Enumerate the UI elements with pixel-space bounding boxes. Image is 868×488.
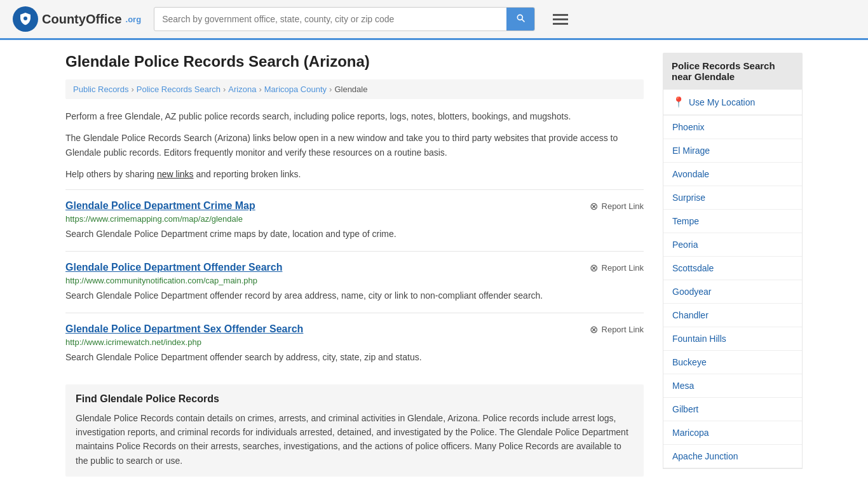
- result-item-1: Glendale Police Department Crime Map ⊗ R…: [65, 189, 644, 251]
- sidebar-header: Police Records Search near Glendale: [663, 53, 803, 90]
- breadcrumb-arizona[interactable]: Arizona: [228, 85, 256, 94]
- find-section: Find Glendale Police Records Glendale Po…: [65, 384, 644, 477]
- sidebar-item-phoenix[interactable]: Phoenix: [663, 116, 802, 139]
- report-2-icon: ⊗: [590, 262, 598, 274]
- sidebar-link-surprise[interactable]: Surprise: [663, 186, 802, 209]
- results-container: Glendale Police Department Crime Map ⊗ R…: [65, 189, 644, 374]
- result-3-desc: Search Glendale Police Department offend…: [65, 351, 644, 364]
- breadcrumb-current: Glendale: [334, 85, 367, 94]
- sidebar-item-mesa[interactable]: Mesa: [663, 374, 802, 398]
- menu-bar-3: [553, 23, 568, 25]
- sidebar-item-avondale[interactable]: Avondale: [663, 163, 802, 186]
- result-1-desc: Search Glendale Police Department crime …: [65, 227, 644, 241]
- breadcrumb-police-records-search[interactable]: Police Records Search: [137, 85, 220, 94]
- sidebar-item-el-mirage[interactable]: El Mirage: [663, 139, 802, 163]
- sidebar-item-peoria[interactable]: Peoria: [663, 233, 802, 257]
- result-2-header-row: Glendale Police Department Offender Sear…: [65, 262, 644, 276]
- report-1-icon: ⊗: [590, 200, 598, 212]
- site-header: CountyOffice.org: [0, 0, 868, 40]
- sidebar-link-buckeye[interactable]: Buckeye: [663, 351, 802, 374]
- sidebar-link-fountain-hills[interactable]: Fountain Hills: [663, 327, 802, 350]
- search-bar: [154, 7, 535, 31]
- result-item-3: Glendale Police Department Sex Offender …: [65, 313, 644, 374]
- new-links-link[interactable]: new links: [157, 169, 194, 179]
- find-section-text: Glendale Police Records contain details …: [76, 411, 634, 468]
- breadcrumb-public-records[interactable]: Public Records: [73, 85, 128, 94]
- use-location-item[interactable]: 📍 Use My Location: [663, 90, 802, 115]
- sidebar-item-scottsdale[interactable]: Scottsdale: [663, 257, 802, 280]
- breadcrumb-maricopa-county[interactable]: Maricopa County: [264, 85, 327, 94]
- result-2-url[interactable]: http://www.communitynotification.com/cap…: [65, 276, 644, 285]
- search-input[interactable]: [154, 9, 506, 29]
- result-3-url[interactable]: http://www.icrimewatch.net/index.php: [65, 337, 644, 347]
- report-3-label: Report Link: [602, 325, 644, 334]
- result-1-header-row: Glendale Police Department Crime Map ⊗ R…: [65, 200, 644, 214]
- sidebar-link-mesa[interactable]: Mesa: [663, 374, 802, 397]
- svg-point-0: [24, 17, 27, 20]
- breadcrumb-sep-4: ›: [329, 85, 332, 94]
- result-1-report-button[interactable]: ⊗ Report Link: [590, 200, 644, 212]
- search-button[interactable]: [506, 8, 534, 30]
- menu-bar-1: [553, 14, 568, 16]
- breadcrumb-sep-2: ›: [223, 85, 226, 94]
- report-3-icon: ⊗: [590, 323, 598, 336]
- sidebar-link-el-mirage[interactable]: El Mirage: [663, 139, 802, 162]
- sidebar-item-maricopa[interactable]: Maricopa: [663, 421, 802, 445]
- sidebar-item-gilbert[interactable]: Gilbert: [663, 398, 802, 421]
- menu-button[interactable]: [553, 14, 568, 25]
- desc3-pre: Help others by sharing: [65, 169, 157, 179]
- breadcrumb: Public Records › Police Records Search ›…: [65, 79, 644, 99]
- result-1-url[interactable]: https://www.crimemapping.com/map/az/glen…: [65, 214, 644, 224]
- result-3-title[interactable]: Glendale Police Department Sex Offender …: [65, 323, 303, 335]
- result-1-title[interactable]: Glendale Police Department Crime Map: [65, 200, 255, 212]
- sidebar-item-fountain-hills[interactable]: Fountain Hills: [663, 327, 802, 351]
- result-2-title[interactable]: Glendale Police Department Offender Sear…: [65, 262, 282, 273]
- search-icon: [515, 13, 526, 23]
- sidebar-link-peoria[interactable]: Peoria: [663, 233, 802, 256]
- page-title: Glendale Police Records Search (Arizona): [65, 53, 644, 71]
- result-item-2: Glendale Police Department Offender Sear…: [65, 251, 644, 313]
- sidebar-item-surprise[interactable]: Surprise: [663, 186, 802, 210]
- report-2-label: Report Link: [602, 263, 644, 273]
- logo-text: CountyOffice: [42, 12, 122, 27]
- sidebar-link-goodyear[interactable]: Goodyear: [663, 280, 802, 303]
- sidebar: Police Records Search near Glendale 📍 Us…: [663, 53, 803, 477]
- description-3: Help others by sharing new links and rep…: [65, 167, 644, 181]
- menu-bar-2: [553, 18, 568, 20]
- sidebar-link-tempe[interactable]: Tempe: [663, 210, 802, 233]
- result-2-desc: Search Glendale Police Department offend…: [65, 289, 644, 302]
- sidebar-link-maricopa[interactable]: Maricopa: [663, 421, 802, 444]
- result-3-report-button[interactable]: ⊗ Report Link: [590, 323, 644, 336]
- sidebar-link-phoenix[interactable]: Phoenix: [663, 116, 802, 139]
- main-container: Glendale Police Records Search (Arizona)…: [53, 40, 815, 488]
- logo-icon: [13, 6, 38, 32]
- sidebar-link-avondale[interactable]: Avondale: [663, 163, 802, 186]
- sidebar-item-tempe[interactable]: Tempe: [663, 210, 802, 233]
- description-2: The Glendale Police Records Search (Ariz…: [65, 131, 644, 159]
- sidebar-link-chandler[interactable]: Chandler: [663, 304, 802, 327]
- sidebar-item-goodyear[interactable]: Goodyear: [663, 280, 802, 304]
- sidebar-use-location[interactable]: 📍 Use My Location: [663, 90, 802, 116]
- breadcrumb-sep-1: ›: [131, 85, 133, 94]
- result-3-header-row: Glendale Police Department Sex Offender …: [65, 323, 644, 337]
- sidebar-item-apache-junction[interactable]: Apache Junction: [663, 445, 802, 468]
- breadcrumb-sep-3: ›: [259, 85, 261, 94]
- sidebar-item-buckeye[interactable]: Buckeye: [663, 351, 802, 374]
- desc3-post: and reporting broken links.: [194, 169, 301, 179]
- sidebar-item-chandler[interactable]: Chandler: [663, 304, 802, 327]
- find-section-title: Find Glendale Police Records: [76, 393, 634, 405]
- sidebar-link-gilbert[interactable]: Gilbert: [663, 398, 802, 421]
- site-logo[interactable]: CountyOffice.org: [13, 6, 141, 32]
- use-location-label: Use My Location: [689, 97, 755, 107]
- report-1-label: Report Link: [602, 201, 644, 211]
- sidebar-link-scottsdale[interactable]: Scottsdale: [663, 257, 802, 280]
- description-1: Perform a free Glendale, AZ public polic…: [65, 109, 644, 123]
- logo-org: .org: [126, 15, 142, 24]
- sidebar-link-apache-junction[interactable]: Apache Junction: [663, 445, 802, 468]
- sidebar-list: 📍 Use My Location Phoenix El Mirage Avon…: [663, 90, 803, 469]
- content-area: Glendale Police Records Search (Arizona)…: [65, 53, 644, 477]
- location-pin-icon: 📍: [672, 96, 685, 108]
- result-2-report-button[interactable]: ⊗ Report Link: [590, 262, 644, 274]
